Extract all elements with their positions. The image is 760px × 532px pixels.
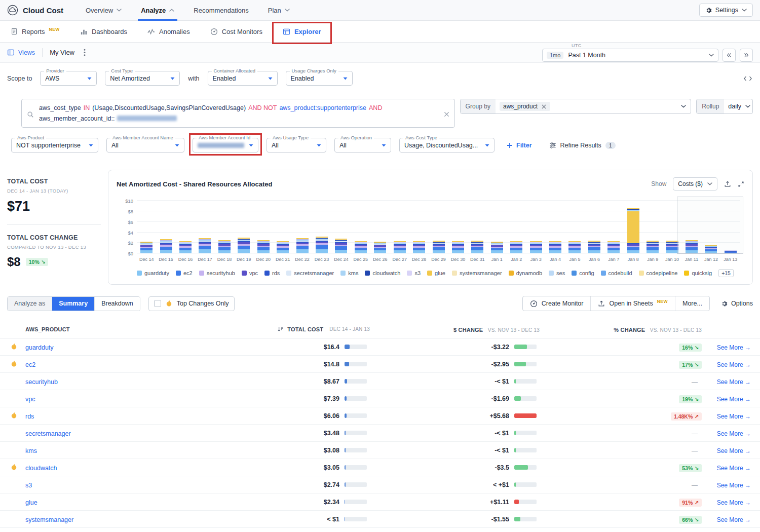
legend-item-cloudwatch[interactable]: cloudwatch (365, 270, 400, 276)
chart-bar-dec-16[interactable] (179, 241, 192, 253)
chart-bar-dec-30[interactable] (452, 241, 464, 253)
see-more-link[interactable]: See More → (717, 499, 751, 506)
product-link-secretsmanager[interactable]: secretsmanager (25, 430, 71, 437)
chart-bar-dec-31[interactable] (471, 241, 483, 253)
chart-bar-jan-10[interactable] (666, 241, 678, 253)
see-more-link[interactable]: See More → (717, 413, 751, 420)
filter-aws-member-account-name[interactable]: Aws Member Account NameAll (106, 138, 184, 153)
top-nav-item-plan[interactable]: Plan (268, 0, 290, 21)
legend-item-guardduty[interactable]: guardduty (137, 270, 169, 276)
filter-usage-charges-only[interactable]: Usage Charges OnlyEnabled (286, 71, 353, 86)
chart-bar-jan-12[interactable] (705, 245, 717, 254)
chart-bar-jan-4[interactable] (549, 241, 561, 253)
filter-aws-member-account-id[interactable]: Aws Member Account Id (193, 138, 258, 153)
product-link-ec2[interactable]: ec2 (25, 361, 35, 368)
legend-item-rds[interactable]: rds (264, 270, 280, 276)
range-back-button[interactable] (723, 49, 736, 62)
legend-item-glue[interactable]: glue (427, 270, 445, 276)
see-more-link[interactable]: See More → (717, 516, 751, 523)
product-link-systemsmanager[interactable]: systemsmanager (25, 516, 73, 523)
tab-anomalies[interactable]: Anomalies (141, 24, 197, 40)
filter-aws-product[interactable]: Aws ProductNOT supportenterprise (11, 138, 98, 153)
chart-bar-jan-7[interactable] (607, 241, 620, 253)
legend-item-secretsmanager[interactable]: secretsmanager (286, 270, 334, 276)
top-changes-toggle[interactable]: Top Changes Only (148, 296, 235, 311)
product-link-securityhub[interactable]: securityhub (25, 378, 58, 386)
chart-bar-jan-3[interactable] (530, 241, 542, 253)
legend-item-kms[interactable]: kms (340, 270, 358, 276)
chart-bar-jan-8[interactable] (627, 208, 639, 253)
options-button[interactable]: Options (721, 300, 753, 307)
export-icon[interactable] (724, 180, 731, 187)
views-button[interactable]: Views (7, 49, 35, 56)
chart-bar-jan-11[interactable] (686, 240, 698, 253)
range-forward-button[interactable] (740, 49, 753, 62)
legend-item-ec2[interactable]: ec2 (176, 270, 193, 276)
table-row-guardduty[interactable]: guardduty$16.4-$3.2216% ↘See More → (0, 338, 760, 356)
top-nav-item-analyze[interactable]: Analyze (141, 0, 174, 21)
product-link-guardduty[interactable]: guardduty (25, 344, 54, 351)
table-row-rds[interactable]: rds$6.06+$5.681.48K% ↗See More → (0, 407, 760, 425)
expand-icon[interactable] (738, 181, 744, 187)
table-row-cloudwatch[interactable]: cloudwatch$3.05-$3.553% ↘See More → (0, 459, 760, 476)
table-row-kms[interactable]: kms$3.08-< $1—See More → (0, 442, 760, 459)
product-link-glue[interactable]: glue (25, 499, 37, 506)
chart-bar-jan-9[interactable] (647, 241, 659, 253)
column-header-product[interactable]: AWS_PRODUCT (25, 326, 122, 332)
product-link-vpc[interactable]: vpc (25, 396, 35, 403)
chart-bar-dec-15[interactable] (160, 239, 172, 253)
add-filter-button[interactable]: Filter (504, 141, 535, 149)
product-link-cloudwatch[interactable]: cloudwatch (25, 465, 57, 472)
top-changes-checkbox[interactable] (154, 300, 161, 307)
legend-item-dynamodb[interactable]: dynamodb (509, 270, 542, 276)
chart-bar-dec-28[interactable] (413, 241, 425, 253)
see-more-link[interactable]: See More → (717, 465, 751, 472)
top-nav-item-overview[interactable]: Overview (86, 0, 122, 21)
chart-bar-dec-22[interactable] (296, 238, 309, 253)
table-row-securityhub[interactable]: securityhub$8.67-< $1—See More → (0, 373, 760, 390)
chart-metric-select[interactable]: Costs ($) (673, 177, 717, 191)
app-logo[interactable]: Cloud Cost (7, 5, 63, 16)
filter-cost-type[interactable]: Cost TypeNet Amortized (105, 71, 180, 86)
chart-bar-dec-17[interactable] (199, 238, 211, 253)
legend-item-s3[interactable]: s3 (407, 270, 421, 276)
table-row-s3[interactable]: s3$2.74< +$1—See More → (0, 476, 760, 493)
column-header-percent-change[interactable]: % CHANGE VS. NOV 13 - DEC 13 (540, 325, 702, 334)
product-link-kms[interactable]: kms (25, 447, 37, 454)
table-row-vpc[interactable]: vpc$7.39-$1.6919% ↘See More → (0, 390, 760, 407)
product-link-rds[interactable]: rds (25, 413, 34, 420)
chart-bar-dec-25[interactable] (355, 241, 367, 253)
legend-item-config[interactable]: config (572, 270, 594, 276)
chart-bar-dec-24[interactable] (335, 239, 347, 253)
chart-bar-jan-6[interactable] (588, 241, 600, 253)
chart-bar-dec-26[interactable] (374, 242, 386, 253)
chart-bar-dec-14[interactable] (140, 242, 153, 253)
chart-bar-dec-21[interactable] (277, 241, 289, 253)
chart-bar-jan-13[interactable] (725, 250, 737, 254)
table-row-systemsmanager[interactable]: systemsmanager< $1-$1.5566% ↘See More → (0, 511, 760, 528)
see-more-link[interactable]: See More → (717, 430, 751, 437)
create-monitor-button[interactable]: Create Monitor (523, 296, 591, 311)
more-button[interactable]: More... (675, 296, 709, 311)
see-more-link[interactable]: See More → (717, 482, 751, 489)
see-more-link[interactable]: See More → (717, 396, 751, 403)
open-in-sheets-button[interactable]: Open in Sheets NEW (590, 296, 675, 311)
see-more-link[interactable]: See More → (717, 378, 751, 386)
top-nav-item-recommendations[interactable]: Recommendations (194, 0, 248, 21)
chart-bar-dec-20[interactable] (257, 240, 270, 253)
filter-container-allocated[interactable]: Container AllocatedEnabled (208, 71, 278, 86)
legend-item-vpc[interactable]: vpc (242, 270, 258, 276)
rollup-select[interactable]: Rollup daily (696, 99, 753, 114)
code-view-icon[interactable] (744, 75, 752, 82)
table-row-dynamodb[interactable]: dynamodb< $1-< $1—See More → (0, 528, 760, 532)
date-range-select[interactable]: 1mo Past 1 Month (542, 49, 718, 62)
legend-item-ses[interactable]: ses (549, 270, 565, 276)
group-by-select[interactable]: Group by aws_product (460, 99, 692, 114)
view-menu-button[interactable] (81, 48, 89, 57)
settings-button[interactable]: Settings (699, 4, 753, 17)
product-link-s3[interactable]: s3 (25, 482, 32, 489)
chart-bar-dec-29[interactable] (433, 241, 445, 253)
tab-reports[interactable]: ReportsNEW (4, 24, 66, 40)
filter-aws-operation[interactable]: Aws OperationAll (334, 138, 391, 153)
table-row-secretsmanager[interactable]: secretsmanager$3.48-< $1—See More → (0, 425, 760, 442)
